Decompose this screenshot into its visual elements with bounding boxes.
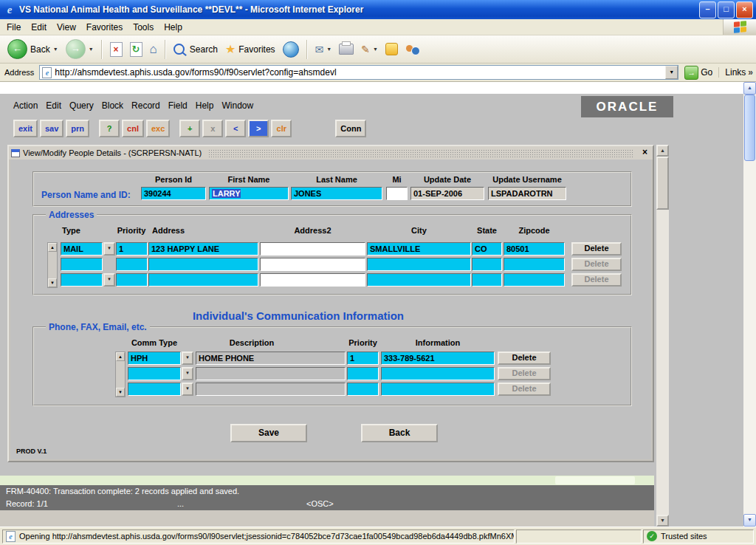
forms-menu-query[interactable]: Query [69,100,94,111]
scroll-up-icon[interactable]: ▲ [743,82,756,95]
help-toolbar-button[interactable]: ? [99,120,120,137]
back-dropdown-icon[interactable]: ▼ [53,47,58,52]
comm-type-field[interactable]: HPH [128,352,181,365]
forms-menu-block[interactable]: Block [102,100,123,111]
messenger-button[interactable] [382,41,401,57]
forward-button[interactable]: → ▼ [63,38,97,61]
forms-menu-window[interactable]: Window [221,100,253,111]
maximize-button[interactable]: □ [718,1,735,18]
scroll-down-icon[interactable]: ▼ [116,388,125,397]
city-field[interactable] [367,273,471,287]
scroll-down-icon[interactable]: ▼ [48,278,57,287]
address-priority-field[interactable]: 1 [116,242,148,256]
delete-address-button[interactable]: Delete [571,242,622,256]
mail-button[interactable]: ✉▼ [312,42,335,57]
edit-button[interactable]: ✎▼ [358,42,381,57]
address-field[interactable]: 123 HAPPY LANE [148,242,258,256]
remove-record-button[interactable]: x [202,120,223,137]
conn-button[interactable]: Conn [335,120,366,137]
menu-edit[interactable]: Edit [26,20,52,35]
information-field[interactable] [381,383,495,396]
forms-menu-action[interactable]: Action [13,100,38,111]
address2-field[interactable] [260,258,365,271]
favorites-button[interactable]: ★ Favorites [222,41,278,58]
forms-window-titlebar[interactable]: View/Modify People Details - (SCRPERSN-N… [9,146,653,160]
go-button[interactable]: → Go [682,66,715,80]
home-button[interactable]: ⌂ [147,41,160,58]
browser-scrollbar[interactable]: ▲ ▼ [743,82,756,527]
menu-file[interactable]: File [1,20,26,35]
comm-type-dropdown-icon[interactable]: ▼ [182,367,193,380]
refresh-button[interactable]: ↻ [127,41,145,58]
comm-priority-field[interactable]: 1 [347,352,379,365]
forms-menu-help[interactable]: Help [196,100,214,111]
last-name-field[interactable]: JONES [291,187,382,200]
menu-view[interactable]: View [52,20,81,35]
forms-window-close-icon[interactable]: × [639,148,650,158]
address-type-field[interactable] [61,273,103,287]
cancel-toolbar-button[interactable]: cnl [122,120,144,137]
mi-field[interactable] [386,187,408,200]
address-type-field[interactable]: MAIL [61,242,103,256]
comm-type-dropdown-icon[interactable]: ▼ [182,352,193,365]
scrollbar-thumb[interactable] [744,95,755,161]
state-field[interactable] [472,273,502,287]
clear-toolbar-button[interactable]: clr [271,120,292,137]
forms-menu-edit[interactable]: Edit [46,100,61,111]
address-type-field[interactable] [61,258,103,271]
communication-scrollbar[interactable]: ▲ ▼ [115,352,126,397]
delete-comm-button[interactable]: Delete [498,352,551,365]
scroll-down-icon[interactable]: ▼ [656,515,669,527]
address-field[interactable] [148,258,258,271]
state-field[interactable]: CO [472,242,502,256]
scroll-down-icon[interactable]: ▼ [743,514,756,527]
address2-field[interactable] [260,273,365,287]
next-record-button[interactable]: > [248,120,269,137]
previous-record-button[interactable]: < [225,120,246,137]
back-button[interactable]: ← Back ▼ [4,38,61,61]
forms-scrollbar[interactable]: ▲ ▼ [656,145,669,527]
comm-type-field[interactable] [128,383,181,396]
scroll-up-icon[interactable]: ▲ [656,145,669,157]
menu-tools[interactable]: Tools [128,20,159,35]
city-field[interactable]: SMALLVILLE [367,242,471,256]
address-priority-field[interactable] [116,258,148,271]
print-button[interactable] [336,42,357,56]
comm-type-field[interactable] [128,367,181,380]
print-toolbar-button[interactable]: prn [66,120,89,137]
person-id-field[interactable]: 390244 [141,187,206,200]
scroll-up-icon[interactable]: ▲ [116,352,125,361]
zipcode-field[interactable] [504,273,565,287]
search-button[interactable]: Search [171,42,221,56]
state-field[interactable] [472,258,502,271]
address-field[interactable] [148,273,258,287]
comm-priority-field[interactable] [347,367,379,380]
first-name-field[interactable]: LARRY [209,187,289,200]
media-button[interactable] [280,40,302,59]
menu-favorites[interactable]: Favorites [81,20,128,35]
information-field[interactable] [381,367,495,380]
addresses-scrollbar[interactable]: ▲ ▼ [47,242,58,288]
address-dropdown-icon[interactable]: ▼ [665,66,678,79]
type-dropdown-icon[interactable]: ▼ [103,242,115,256]
close-button[interactable]: × [736,1,753,18]
scrollbar-thumb[interactable] [656,157,669,210]
links-menu[interactable]: Links » [718,67,753,78]
discuss-button[interactable] [402,41,424,57]
save-toolbar-button[interactable]: sav [40,120,63,137]
menu-help[interactable]: Help [159,20,188,35]
address-priority-field[interactable] [116,273,148,287]
back-form-button[interactable]: Back [361,424,438,442]
forms-menu-field[interactable]: Field [168,100,188,111]
address2-field[interactable] [260,242,365,256]
insert-record-button[interactable]: + [179,120,200,137]
type-dropdown-icon[interactable]: ▼ [103,273,115,287]
scroll-up-icon[interactable]: ▲ [48,243,57,252]
exit-button[interactable]: exit [13,120,38,137]
comm-type-dropdown-icon[interactable]: ▼ [182,383,193,396]
information-field[interactable]: 333-789-5621 [381,352,495,365]
save-button[interactable]: Save [230,424,307,442]
zipcode-field[interactable] [504,258,565,271]
comm-priority-field[interactable] [347,383,379,396]
minimize-button[interactable]: – [699,1,716,18]
